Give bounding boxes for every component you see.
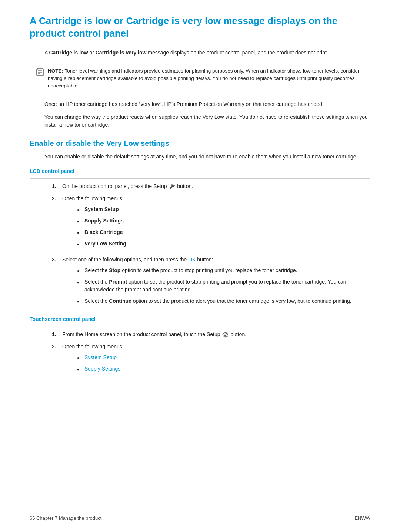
step-num-1: 1. bbox=[52, 183, 62, 190]
bullet-dot-continue bbox=[77, 297, 84, 305]
bold-cartridge-low: Cartridge is low bbox=[49, 50, 88, 56]
note-text-body: Toner level warnings and indicators prov… bbox=[48, 68, 359, 89]
ts-bullet-dot-2 bbox=[77, 365, 84, 373]
step-num-2: 2. bbox=[52, 195, 62, 251]
bullet-supply-settings: Supply Settings bbox=[77, 217, 370, 225]
step-2-content: Open the following menus: System Setup S… bbox=[62, 195, 370, 251]
ts-bullet-dot-1 bbox=[77, 354, 84, 361]
ts-step-1-content: From the Home screen on the product cont… bbox=[62, 331, 370, 338]
bullet-prompt-option: Select the Prompt option to set the prod… bbox=[77, 278, 370, 294]
step-1-content: On the product control panel, press the … bbox=[62, 183, 370, 190]
intro-paragraph: A Cartridge is low or Cartridge is very … bbox=[44, 49, 370, 57]
bullet-text-black-cartridge: Black Cartridge bbox=[84, 228, 370, 236]
bullet-text-supply-settings: Supply Settings bbox=[84, 217, 370, 225]
bullet-dot-stop bbox=[77, 267, 84, 274]
svg-point-4 bbox=[224, 334, 226, 335]
para1: Once an HP toner cartridge has reached “… bbox=[44, 100, 370, 108]
ts-step-2: 2. Open the following menus: System Setu… bbox=[52, 343, 370, 377]
bullet-text-system-setup: System Setup bbox=[84, 205, 370, 213]
step-num-3: 3. bbox=[52, 256, 62, 309]
lcd-steps-list: 1. On the product control panel, press t… bbox=[52, 183, 370, 309]
bullet-dot-4 bbox=[77, 240, 84, 248]
bullet-text-continue: Select the Continue option to set the pr… bbox=[84, 297, 370, 305]
section-title: Enable or disable the Very Low settings bbox=[30, 139, 370, 148]
lcd-menu-bullets: System Setup Supply Settings Black Cartr… bbox=[77, 205, 370, 248]
footer-left: 66 Chapter 7 Manage the product bbox=[30, 515, 101, 521]
step-3-content: Select one of the following options, and… bbox=[62, 256, 370, 309]
bullet-text-stop: Select the Stop option to set the produc… bbox=[84, 267, 370, 274]
ts-bullet-system-setup: System Setup bbox=[77, 354, 370, 361]
ts-bullet-supply-settings: Supply Settings bbox=[77, 365, 370, 373]
touchscreen-panel-title: Touchscreen control panel bbox=[30, 316, 370, 322]
lcd-panel-title: LCD control panel bbox=[30, 168, 370, 174]
lcd-option-bullets: Select the Stop option to set the produc… bbox=[77, 267, 370, 305]
bullet-continue-option: Select the Continue option to set the pr… bbox=[77, 297, 370, 305]
ts-step-2-content: Open the following menus: System Setup S… bbox=[62, 343, 370, 377]
setup-wrench-icon bbox=[169, 184, 175, 190]
ts-step-1: 1. From the Home screen on the product c… bbox=[52, 331, 370, 338]
bullet-dot-3 bbox=[77, 228, 84, 236]
bullet-black-cartridge: Black Cartridge bbox=[77, 228, 370, 236]
page-container: A Cartridge is low or Cartridge is very … bbox=[0, 0, 400, 411]
note-label: NOTE: bbox=[48, 68, 63, 74]
bullet-text-very-low: Very Low Setting bbox=[84, 240, 370, 248]
bullet-very-low-setting: Very Low Setting bbox=[77, 240, 370, 248]
ok-text: OK bbox=[188, 257, 196, 262]
lcd-step-3: 3. Select one of the following options, … bbox=[52, 256, 370, 309]
step-2-text: Open the following menus: bbox=[62, 195, 124, 201]
ts-menu-bullets: System Setup Supply Settings bbox=[77, 354, 370, 373]
bullet-dot-prompt bbox=[77, 278, 84, 294]
ts-step-2-text: Open the following menus: bbox=[62, 344, 124, 349]
setup-gear-icon bbox=[222, 332, 228, 338]
touchscreen-divider bbox=[30, 327, 370, 327]
note-content: NOTE: Toner level warnings and indicator… bbox=[48, 67, 364, 90]
footer-right: ENWW bbox=[354, 515, 370, 521]
bullet-dot-2 bbox=[77, 217, 84, 225]
bullet-dot-1 bbox=[77, 205, 84, 213]
bullet-stop-option: Select the Stop option to set the produc… bbox=[77, 267, 370, 274]
note-icon bbox=[36, 68, 44, 77]
note-box: NOTE: Toner level warnings and indicator… bbox=[30, 63, 370, 95]
ts-step-num-2: 2. bbox=[52, 343, 62, 377]
bullet-text-prompt: Select the Prompt option to set the prod… bbox=[84, 278, 370, 294]
main-title: A Cartridge is low or Cartridge is very … bbox=[30, 15, 370, 40]
touchscreen-steps-list: 1. From the Home screen on the product c… bbox=[52, 331, 370, 377]
lcd-step-2: 2. Open the following menus: System Setu… bbox=[52, 195, 370, 251]
footer-bar: 66 Chapter 7 Manage the product ENWW bbox=[0, 515, 400, 521]
section-paragraph: You can enable or disable the default se… bbox=[44, 153, 370, 161]
para2: You can change the way the product react… bbox=[44, 113, 370, 129]
lcd-divider bbox=[30, 178, 370, 179]
bold-cartridge-very-low: Cartridge is very low bbox=[96, 50, 147, 56]
ts-step-num-1: 1. bbox=[52, 331, 62, 338]
lcd-step-1: 1. On the product control panel, press t… bbox=[52, 183, 370, 190]
bullet-system-setup: System Setup bbox=[77, 205, 370, 213]
ts-bullet-text-system-setup[interactable]: System Setup bbox=[84, 354, 370, 361]
ts-bullet-text-supply-settings[interactable]: Supply Settings bbox=[84, 365, 370, 373]
